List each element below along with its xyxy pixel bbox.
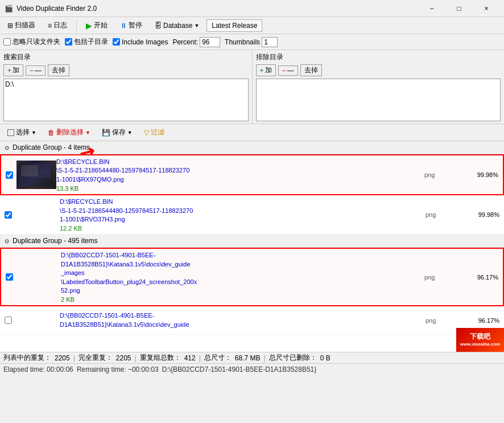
full-dups-label: 完全重复： (79, 353, 113, 363)
table-row: D:\$RECYCLE.BIN\S-1-5-21-2186544480-1259… (0, 154, 504, 195)
result-size: 12.2 KB (60, 225, 425, 232)
elapsed-time: Elapsed time: 00:00:06 (3, 365, 73, 373)
exclude-dir-add-button[interactable]: + 加 (256, 64, 276, 76)
search-dir-list[interactable]: D:\ (3, 79, 249, 121)
result-path: D:\$RECYCLE.BIN\S-1-5-21-2186544480-1259… (56, 158, 424, 184)
thumbnail (16, 161, 56, 189)
status-sep4: | (264, 354, 266, 362)
close-button[interactable]: × (473, 0, 499, 17)
separator (76, 20, 77, 31)
result-info: D:\$RECYCLE.BIN\S-1-5-21-2186544480-1259… (60, 198, 425, 232)
exclude-dir-remove-button[interactable]: − — (278, 65, 298, 76)
status-sep1: | (73, 354, 75, 362)
search-dir-header: 搜索目录 (1, 51, 251, 63)
log-icon: ≡ (48, 22, 52, 30)
group1-header[interactable]: ⊙ Duplicate Group - 4 items (0, 141, 504, 154)
result-checkbox[interactable] (5, 317, 12, 324)
exclude-dir-toolbar: + 加 − — 去掉 (254, 63, 503, 77)
action-toolbar: 选择 ▼ 🗑 删除选择 ▼ 💾 保存 ▼ ▽ 过滤 (0, 124, 504, 141)
select-button[interactable]: 选择 ▼ (2, 125, 42, 139)
result-type: png (424, 171, 458, 178)
result-percent: 99.98% (460, 211, 499, 218)
app-icon: 🎬 (5, 5, 13, 13)
result-type: png (425, 211, 460, 218)
table-row: D:\{BB02CCD7-1501-4901-B5EE-D1A1B3528B51… (0, 248, 504, 306)
start-button[interactable]: ▶ 开始 (81, 18, 113, 32)
search-dir-item: D:\ (5, 80, 247, 88)
results-area[interactable]: ⊙ Duplicate Group - 4 items D:\$RECYCLE.… (0, 141, 504, 352)
play-icon: ▶ (86, 21, 92, 30)
status-bar1: 列表中的重复： 2205 | 完全重复： 2205 | 重复组总数： 412 |… (0, 352, 504, 363)
main-toolbar: ⊞ 扫描器 ≡ 日志 ▶ 开始 ⏸ 暂停 🗄 Database ▼ Latest… (0, 17, 504, 34)
search-dir-discard-button[interactable]: 去掉 (48, 64, 69, 76)
scan-tab-button[interactable]: ⊞ 扫描器 (2, 18, 40, 32)
database-button[interactable]: 🗄 Database ▼ (150, 19, 204, 32)
latest-release-button[interactable]: Latest Release (206, 19, 262, 32)
pause-button[interactable]: ⏸ 暂停 (115, 18, 147, 32)
database-icon: 🗄 (155, 22, 162, 30)
include-subdirs-checkbox[interactable] (65, 38, 72, 46)
status-sep2: | (135, 354, 137, 362)
filter-button[interactable]: ▽ 过滤 (139, 125, 170, 139)
result-info: D:\{BB02CCD7-1501-4901-B5EE-D1A1B3528B51… (60, 311, 425, 329)
minimize-button[interactable]: − (419, 0, 445, 17)
pause-icon: ⏸ (120, 22, 127, 30)
select-icon (7, 129, 14, 136)
ignore-readonly-checkbox[interactable] (3, 38, 11, 46)
search-dir-remove-button[interactable]: − — (26, 65, 46, 76)
ignore-readonly-checkbox-label[interactable]: 忽略只读文件夹 (3, 37, 60, 47)
group1-chevron-icon: ⊙ (5, 145, 9, 151)
result-type: png (425, 317, 460, 324)
save-icon: 💾 (102, 129, 110, 137)
select-dropdown-icon: ▼ (31, 130, 36, 135)
result-percent: 96.17% (458, 274, 498, 281)
total-groups-label: 重复组总数： (140, 353, 181, 363)
result-checkbox[interactable] (5, 211, 12, 219)
size-deleted-value: 0 B (320, 354, 331, 362)
result-size: 2 KB (61, 296, 424, 303)
log-tab-button[interactable]: ≡ 日志 (43, 18, 72, 32)
result-type: png (424, 274, 458, 281)
total-size-value: 68.7 MB (235, 354, 261, 362)
delete-select-button[interactable]: 🗑 删除选择 ▼ (43, 125, 96, 139)
total-size-label: 总尺寸： (204, 353, 232, 363)
result-size: 13.3 KB (56, 185, 424, 192)
maximize-button[interactable]: □ (446, 0, 472, 17)
include-images-checkbox[interactable] (113, 38, 120, 46)
size-deleted-label: 总尺寸已删除： (269, 353, 317, 363)
exclude-dir-panel: 排除目录 + 加 − — 去掉 (253, 50, 505, 124)
save-button[interactable]: 💾 保存 ▼ (97, 125, 138, 139)
group2-header[interactable]: ⊙ Duplicate Group - 495 items (0, 235, 504, 248)
dropdown-arrow-icon: ▼ (194, 23, 199, 28)
search-dir-panel: 搜索目录 + 加 − — 去掉 D:\ (0, 50, 253, 124)
percent-input[interactable] (200, 37, 220, 47)
percent-field: Percent: (172, 37, 220, 47)
result-path: D:\{BB02CCD7-1501-4901-B5EE-D1A1B3528B51… (60, 311, 425, 329)
result-info: D:\{BB02CCD7-1501-4901-B5EE-D1A1B3528B51… (61, 251, 424, 303)
filter-icon: ▽ (144, 129, 149, 137)
watermark: 下载吧 www.xiazaiba.com (456, 328, 504, 352)
result-path: D:\$RECYCLE.BIN\S-1-5-21-2186544480-1259… (60, 198, 425, 224)
titlebar: 🎬 Video Duplicate Finder 2.0 − □ × (0, 0, 504, 17)
result-percent: 96.17% (460, 317, 499, 324)
window-controls: − □ × (419, 0, 499, 17)
group1-label: Duplicate Group - 4 items (13, 143, 90, 151)
exclude-dir-list[interactable] (256, 79, 501, 121)
result-path: D:\{BB02CCD7-1501-4901-B5EE-D1A1B3528B51… (61, 251, 424, 295)
group2-chevron-icon: ⊙ (5, 238, 9, 244)
current-path: D:\{BB02CCD7-1501-4901-B5EE-D1A1B3528B51… (162, 365, 317, 373)
include-subdirs-checkbox-label[interactable]: 包括子目录 (65, 37, 108, 47)
result-info: D:\$RECYCLE.BIN\S-1-5-21-2186544480-1259… (56, 158, 424, 192)
delete-dropdown-icon: ▼ (85, 130, 90, 135)
exclude-dir-discard-button[interactable]: 去掉 (300, 64, 322, 76)
table-row: D:\$RECYCLE.BIN\S-1-5-21-2186544480-1259… (0, 195, 504, 235)
options-toolbar: 忽略只读文件夹 包括子目录 Include Images Percent: Th… (0, 34, 504, 50)
result-checkbox[interactable] (6, 171, 13, 179)
remaining-time: Remaining time: ~00:00:03 (77, 365, 159, 373)
result-checkbox[interactable] (6, 273, 13, 281)
total-groups-value: 412 (184, 354, 196, 362)
search-dir-add-button[interactable]: + 加 (3, 64, 23, 76)
thumbnails-input[interactable] (262, 37, 278, 47)
thumbnails-field: Thumbnails (225, 37, 278, 47)
include-images-checkbox-label[interactable]: Include Images (113, 38, 168, 46)
